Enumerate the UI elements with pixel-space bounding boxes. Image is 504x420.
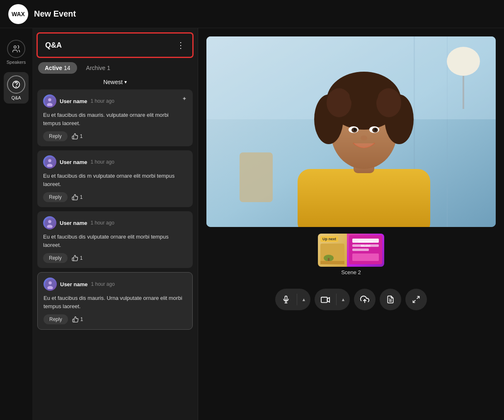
like-count: 1 bbox=[80, 194, 83, 200]
scene-thumbnail[interactable]: Up next bbox=[318, 234, 384, 267]
user-info: User name 1 hour ago bbox=[60, 159, 114, 165]
like-icon bbox=[72, 133, 78, 140]
svg-point-32 bbox=[358, 82, 378, 105]
mic-chevron-icon: ▲ bbox=[302, 297, 306, 302]
svg-line-60 bbox=[413, 300, 416, 303]
sort-label: Newest bbox=[103, 79, 123, 85]
qa-header: Q&A ⋮ bbox=[36, 32, 194, 58]
user-avatar bbox=[43, 155, 56, 169]
question-text: Eu et faucibus dis vulputate ornare elit… bbox=[43, 233, 187, 249]
question-text: Eu et faucibus dis m vulputate ornare el… bbox=[43, 172, 187, 188]
qa-more-button[interactable]: ⋮ bbox=[177, 40, 185, 50]
speakers-icon bbox=[7, 40, 25, 58]
like-button[interactable]: 1 bbox=[72, 316, 83, 323]
question-card: User name 1 hour ago Eu et faucibus dis … bbox=[37, 150, 193, 207]
scene-row: Up next bbox=[318, 234, 384, 275]
question-card: User name 1 hour ago Eu et faucibus dis … bbox=[37, 272, 193, 330]
qa-tabs: Active14 Archive1 bbox=[32, 62, 198, 74]
user-avatar bbox=[44, 278, 57, 291]
tab-active[interactable]: Active14 bbox=[38, 62, 77, 74]
camera-chevron-icon: ▲ bbox=[341, 297, 346, 302]
like-count: 1 bbox=[80, 133, 83, 139]
question-actions: Reply 1 bbox=[43, 192, 187, 202]
main-layout: Speakers Q&A Q&A ⋮ Active14 Archive1 bbox=[0, 28, 504, 420]
question-header: User name 1 hour ago bbox=[43, 155, 187, 169]
tab-archive-count: 1 bbox=[107, 65, 110, 71]
app-title: New Event bbox=[34, 9, 76, 19]
question-actions: Reply 1 bbox=[43, 253, 187, 263]
user-info: User name 1 hour ago bbox=[60, 98, 114, 104]
sidebar-item-speakers[interactable]: Speakers bbox=[3, 36, 29, 68]
svg-point-4 bbox=[48, 98, 51, 101]
svg-text:Model: Model bbox=[361, 244, 370, 248]
qa-panel-title: Q&A bbox=[45, 41, 62, 50]
sidebar: Speakers Q&A bbox=[0, 28, 32, 420]
bottom-toolbar: ▲ ▲ bbox=[275, 282, 427, 319]
up-next-badge: Up next bbox=[320, 236, 338, 242]
questions-list: User name 1 hour ago ✦ Eu et faucibus di… bbox=[32, 89, 198, 420]
like-button[interactable]: 1 bbox=[72, 255, 83, 261]
user-avatar bbox=[43, 216, 56, 229]
sidebar-item-qa[interactable]: Q&A bbox=[4, 72, 29, 104]
svg-rect-51 bbox=[285, 296, 287, 300]
svg-marker-55 bbox=[327, 297, 330, 302]
user-info: User name 1 hour ago bbox=[60, 220, 114, 226]
svg-point-39 bbox=[361, 135, 367, 140]
like-button[interactable]: 1 bbox=[72, 133, 83, 140]
svg-text:Business: Business bbox=[358, 240, 373, 244]
svg-point-19 bbox=[447, 47, 480, 76]
svg-rect-47 bbox=[352, 249, 369, 251]
question-actions: Reply 1 bbox=[44, 314, 187, 324]
user-time: 1 hour ago bbox=[91, 281, 114, 287]
mic-button[interactable] bbox=[275, 289, 297, 310]
svg-rect-48 bbox=[352, 253, 379, 261]
user-name: User name bbox=[60, 98, 87, 104]
reply-button[interactable]: Reply bbox=[43, 192, 68, 202]
thumbnail-right: Business Model bbox=[347, 234, 384, 267]
reply-button[interactable]: Reply bbox=[43, 131, 68, 141]
question-actions: Reply 1 bbox=[43, 131, 187, 141]
question-card: User name 1 hour ago Eu et faucibus dis … bbox=[37, 211, 193, 268]
svg-point-29 bbox=[327, 88, 351, 117]
like-icon bbox=[72, 194, 78, 200]
sort-control[interactable]: Newest ▾ bbox=[32, 76, 198, 89]
question-header: User name 1 hour ago bbox=[44, 278, 187, 291]
svg-point-13 bbox=[48, 281, 52, 285]
reply-button[interactable]: Reply bbox=[44, 314, 68, 324]
share-button[interactable] bbox=[354, 289, 376, 310]
video-feed bbox=[206, 36, 496, 227]
user-name: User name bbox=[60, 281, 87, 287]
svg-rect-54 bbox=[321, 297, 327, 303]
pin-icon: ✦ bbox=[182, 95, 187, 102]
sort-arrow-icon: ▾ bbox=[124, 79, 127, 85]
user-time: 1 hour ago bbox=[90, 159, 114, 165]
user-info: User name 1 hour ago bbox=[60, 281, 115, 287]
svg-point-10 bbox=[48, 220, 51, 223]
question-text: Eu et faucibus dis mauris. vulputate orn… bbox=[43, 111, 187, 127]
fullscreen-button[interactable] bbox=[405, 289, 427, 310]
tab-active-label: Active bbox=[45, 65, 62, 71]
content-area: Up next bbox=[198, 28, 504, 420]
like-icon bbox=[72, 316, 79, 323]
doc-button[interactable] bbox=[380, 289, 401, 310]
svg-point-2 bbox=[16, 86, 17, 87]
camera-chevron-button[interactable]: ▲ bbox=[337, 289, 350, 310]
mic-chevron-button[interactable]: ▲ bbox=[297, 289, 310, 310]
qa-panel: Q&A ⋮ Active14 Archive1 Newest ▾ bbox=[32, 28, 198, 420]
tab-active-count: 14 bbox=[64, 65, 70, 71]
question-text: Eu et faucibus dis mauris. Urna vulputat… bbox=[44, 294, 187, 310]
wax-logo: WAX bbox=[8, 4, 28, 24]
qa-icon bbox=[7, 75, 25, 94]
like-button[interactable]: 1 bbox=[72, 194, 83, 200]
top-bar: WAX New Event bbox=[0, 0, 504, 28]
qa-label: Q&A bbox=[11, 95, 21, 100]
tab-archive[interactable]: Archive1 bbox=[80, 62, 117, 74]
user-name: User name bbox=[60, 159, 87, 165]
reply-button[interactable]: Reply bbox=[43, 253, 68, 263]
thumbnail-left: Up next bbox=[318, 234, 347, 267]
like-count: 1 bbox=[80, 316, 83, 322]
svg-point-38 bbox=[374, 128, 377, 131]
camera-button[interactable] bbox=[315, 289, 336, 310]
svg-rect-21 bbox=[240, 152, 273, 202]
question-card: User name 1 hour ago ✦ Eu et faucibus di… bbox=[37, 89, 193, 146]
